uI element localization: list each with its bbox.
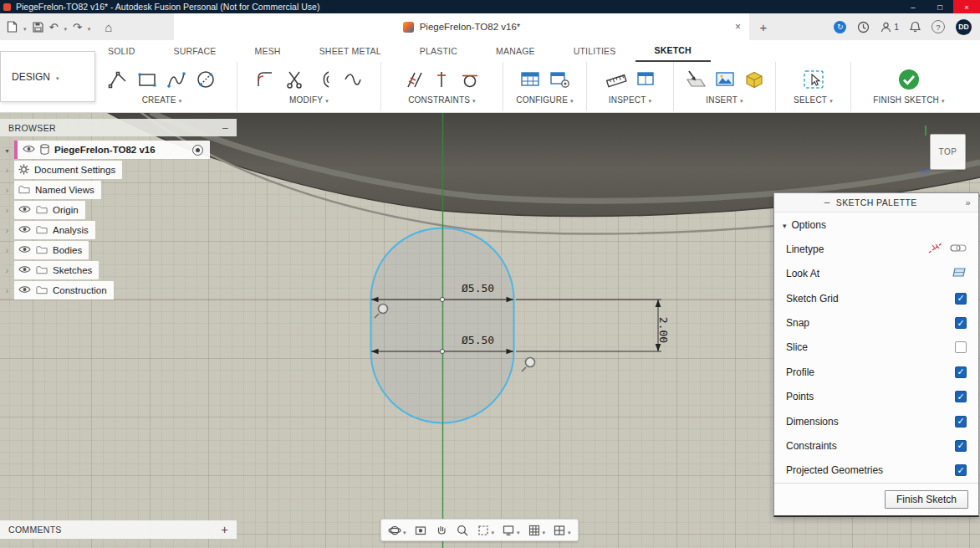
- close-button[interactable]: ×: [953, 0, 980, 13]
- measure-tool-icon[interactable]: [605, 69, 628, 90]
- tab-surface[interactable]: SURFACE: [155, 40, 236, 62]
- view-cube[interactable]: TOP: [930, 134, 966, 170]
- orbit-icon[interactable]: [385, 523, 410, 538]
- points-checkbox[interactable]: [955, 391, 967, 402]
- browser-item-bodies[interactable]: Bodies: [0, 241, 237, 259]
- insert-derive-icon[interactable]: [685, 69, 707, 90]
- browser-item-analysis[interactable]: Analysis: [0, 221, 237, 239]
- tab-utilities[interactable]: UTILITIES: [554, 40, 635, 62]
- slot-center-point-top[interactable]: [440, 297, 444, 301]
- zoom-icon[interactable]: [452, 524, 472, 537]
- look-at-icon[interactable]: [411, 524, 431, 537]
- tab-plastic[interactable]: PLASTIC: [401, 40, 477, 62]
- slice-checkbox[interactable]: [955, 341, 967, 353]
- expand-arrow-icon[interactable]: [0, 226, 14, 235]
- redo-icon[interactable]: ↷: [73, 22, 82, 33]
- tangent-constraint-icon[interactable]: [459, 69, 481, 90]
- redo-caret-icon[interactable]: [88, 19, 91, 34]
- dimension-vertical-spacing[interactable]: [516, 300, 661, 351]
- dimension-label-vertical-spacing[interactable]: 2.00: [657, 313, 670, 348]
- palette-collapse-icon[interactable]: [824, 197, 830, 207]
- save-icon[interactable]: [33, 22, 43, 33]
- display-settings-icon[interactable]: [498, 523, 523, 538]
- slot-center-point-bottom[interactable]: [440, 349, 444, 353]
- version-history-icon[interactable]: [857, 21, 870, 33]
- browser-root-item[interactable]: PiegeFrelon-TO82 v16: [0, 141, 237, 159]
- visibility-eye-icon[interactable]: [18, 285, 31, 295]
- visibility-eye-icon[interactable]: [18, 205, 31, 215]
- display-caret-icon[interactable]: [517, 523, 520, 538]
- tab-sheet-metal[interactable]: SHEET METAL: [300, 40, 401, 62]
- minimize-button[interactable]: –: [900, 0, 926, 13]
- browser-item-origin[interactable]: Origin: [0, 201, 237, 219]
- tab-close-icon[interactable]: ×: [735, 21, 741, 33]
- snap-checkbox[interactable]: [955, 317, 967, 329]
- browser-item-document-settings[interactable]: Document Settings: [0, 161, 237, 179]
- options-section-header[interactable]: Options: [774, 213, 978, 237]
- fit-caret-icon[interactable]: [492, 523, 495, 538]
- rectangle-tool-icon[interactable]: [136, 69, 158, 90]
- grid-caret-icon[interactable]: [543, 523, 546, 538]
- inspect-dropdown[interactable]: INSPECT: [609, 95, 651, 105]
- break-tool-icon[interactable]: [342, 69, 364, 90]
- pan-icon[interactable]: [431, 524, 452, 537]
- constraints-dropdown[interactable]: CONSTRAINTS: [408, 95, 476, 105]
- configure-features-icon[interactable]: [549, 69, 570, 90]
- tab-solid[interactable]: SOLID: [89, 40, 155, 62]
- dimensions-checkbox[interactable]: [955, 416, 967, 428]
- insert-canvas-icon[interactable]: [714, 69, 736, 90]
- modeling-canvas[interactable]: Ø5.50 Ø5.50 2.00 TOP BROWSER PiegeFrelon…: [0, 112, 980, 548]
- create-dropdown[interactable]: CREATE: [142, 95, 182, 105]
- constraints-checkbox[interactable]: [955, 440, 967, 452]
- job-status-icon[interactable]: [834, 21, 846, 33]
- file-menu-icon[interactable]: [7, 21, 18, 33]
- finish-sketch-button[interactable]: Finish Sketch: [885, 490, 968, 509]
- undo-icon[interactable]: ↶: [49, 22, 59, 33]
- home-view-icon[interactable]: ⌂: [105, 21, 112, 33]
- browser-item-construction[interactable]: Construction: [0, 281, 237, 300]
- visibility-eye-icon[interactable]: [18, 265, 31, 275]
- expand-arrow-icon[interactable]: [0, 186, 14, 195]
- tab-mesh[interactable]: MESH: [236, 40, 300, 62]
- construction-linetype-icon[interactable]: [927, 242, 944, 257]
- add-comment-button[interactable]: +: [222, 523, 228, 536]
- tab-manage[interactable]: MANAGE: [477, 40, 554, 62]
- orbit-caret-icon[interactable]: [403, 523, 406, 538]
- circle-tool-icon[interactable]: [195, 69, 217, 90]
- section-analysis-icon[interactable]: [635, 69, 656, 90]
- configure-dropdown[interactable]: CONFIGURE: [516, 95, 574, 105]
- browser-item-named-views[interactable]: Named Views: [0, 181, 237, 199]
- fillet-tool-icon[interactable]: [254, 69, 276, 90]
- user-avatar[interactable]: DD: [956, 19, 972, 35]
- viewports-icon[interactable]: [549, 523, 574, 538]
- comments-bar[interactable]: COMMENTS +: [0, 520, 237, 539]
- insert-dropdown[interactable]: INSERT: [706, 95, 743, 105]
- projected-geometries-checkbox[interactable]: [955, 464, 967, 476]
- expand-arrow-icon[interactable]: [0, 146, 14, 155]
- spline-tool-icon[interactable]: [166, 69, 187, 90]
- visibility-eye-icon[interactable]: [18, 245, 31, 255]
- maximize-button[interactable]: □: [926, 0, 953, 13]
- palette-popout-icon[interactable]: [965, 197, 971, 207]
- finish-sketch-icon[interactable]: [897, 68, 921, 91]
- collaboration-icon[interactable]: 1: [880, 22, 899, 33]
- centerline-linetype-icon[interactable]: [950, 243, 967, 256]
- line-tool-icon[interactable]: [107, 69, 129, 90]
- activate-component-radio[interactable]: [192, 145, 203, 156]
- help-icon[interactable]: ?: [932, 20, 945, 33]
- dimension-label-bottom-diameter[interactable]: Ø5.50: [462, 334, 494, 346]
- offset-tool-icon[interactable]: [313, 69, 334, 90]
- undo-caret-icon[interactable]: [64, 19, 67, 34]
- browser-item-sketches[interactable]: Sketches: [0, 261, 237, 279]
- trim-scissors-icon[interactable]: [283, 69, 305, 90]
- sketch-grid-checkbox[interactable]: [955, 293, 967, 305]
- modify-dropdown[interactable]: MODIFY: [289, 95, 329, 105]
- select-dropdown[interactable]: SELECT: [794, 95, 833, 105]
- new-tab-button[interactable]: +: [749, 20, 778, 34]
- look-at-plane-icon[interactable]: [952, 266, 967, 281]
- browser-collapse-icon[interactable]: [222, 123, 228, 133]
- select-tool-icon[interactable]: [802, 68, 825, 91]
- viewports-caret-icon[interactable]: [568, 523, 571, 538]
- expand-arrow-icon[interactable]: [0, 266, 14, 275]
- document-tab[interactable]: PiegeFrelon-TO82 v16* ×: [174, 13, 749, 40]
